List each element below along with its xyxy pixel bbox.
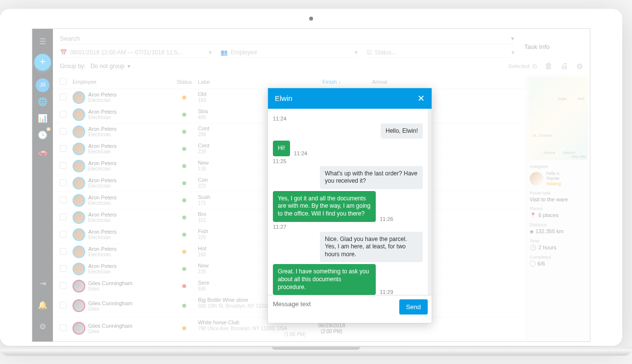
message-outgoing: Yes, I got it and all the documents are … <box>273 191 423 222</box>
row-checkbox[interactable] <box>60 302 67 309</box>
status-filter[interactable]: ☑ Status... ▾ <box>366 48 514 58</box>
status-filter-label: Status... <box>375 49 396 56</box>
employee-name: Giles Cunningham <box>88 280 133 286</box>
chat-header: Elwin ✕ <box>268 88 432 109</box>
places-val: 6 places <box>538 212 559 218</box>
globe-icon[interactable]: 🌐 <box>36 95 49 109</box>
status-dot <box>182 113 186 117</box>
employee-name: Giles Cunningham <box>88 300 133 306</box>
user-avatar-nav[interactable]: JR <box>36 78 49 92</box>
status-dot <box>182 233 186 237</box>
employee-name: Aron Peters <box>88 160 117 166</box>
settings-icon[interactable]: ⚙ <box>36 320 49 334</box>
row-checkbox[interactable] <box>60 282 67 289</box>
group-by-select[interactable]: Do not group ▾ <box>91 63 130 70</box>
message-time: 11:24 <box>294 150 308 156</box>
close-icon[interactable]: ✕ <box>417 93 425 104</box>
employee-role: Electrician <box>88 97 117 103</box>
chat-body[interactable]: 11:24Hello, Elwin!Hi!11:2411:25What's up… <box>268 109 432 295</box>
row-checkbox[interactable] <box>60 94 67 100</box>
row-checkbox[interactable] <box>60 265 67 272</box>
add-fab-nav[interactable]: + <box>34 54 51 71</box>
row-checkbox[interactable] <box>60 179 67 186</box>
chevron-down-icon: ▾ <box>511 49 514 56</box>
message-bubble: Hello, Elwin! <box>381 123 423 139</box>
row-checkbox[interactable] <box>60 128 67 135</box>
chart-icon[interactable]: 📊 <box>36 112 49 125</box>
employee-avatar <box>73 91 85 104</box>
col-label[interactable]: Labe <box>198 79 306 85</box>
select-all-checkbox[interactable] <box>60 78 67 85</box>
task-extra: (1:00 PM) <box>198 332 306 338</box>
employee-role: Electrician <box>88 149 117 154</box>
distance-val: 132.355 km <box>535 228 563 234</box>
gear-icon[interactable]: ⚙ <box>576 62 583 71</box>
assignee-name: Felix A <box>546 171 561 176</box>
row-checkbox[interactable] <box>60 324 67 331</box>
employee-role: Electrician <box>88 218 117 223</box>
employee-avatar <box>73 211 85 224</box>
car-icon[interactable]: 🚗 <box>36 145 49 159</box>
row-checkbox[interactable] <box>60 162 67 169</box>
status-dot <box>182 216 186 219</box>
status-dot <box>182 326 186 330</box>
col-arrival[interactable]: Arrival <box>358 79 402 85</box>
bell-icon[interactable]: 🔔 <box>36 298 49 312</box>
message-bubble: Nice. Glad you have the parcel. Yes, I a… <box>320 232 423 263</box>
chat-title: Elwin <box>275 94 292 102</box>
message-bubble: What's up with the last order? Have you … <box>320 166 423 189</box>
route-val: Visit to the ware <box>530 196 587 202</box>
employee-avatar <box>73 245 85 258</box>
send-button[interactable]: Send <box>399 299 428 315</box>
time-label: Time <box>530 239 587 243</box>
status-dot <box>182 304 186 308</box>
col-status[interactable]: Status <box>174 79 194 85</box>
employee-avatar <box>73 280 85 292</box>
employee-role: Electrician <box>88 166 117 171</box>
menu-icon[interactable]: ☰ <box>39 37 46 46</box>
employee-role: Electrician <box>88 115 117 120</box>
clock-icon: 🕓 <box>530 244 536 251</box>
map[interactable]: Elgin Sch St. Charles Aurora Naperv Map … <box>529 77 588 160</box>
laptop-frame: ☰ + JR 🌐 📊 🕓β 🚗 ⇥ 🔔 ⚙ Search ▾ 📅 06/01 <box>0 9 622 346</box>
checkbox-icon: ☑ <box>366 49 372 56</box>
employee-role: Electrician <box>88 269 117 274</box>
message-incoming: What's up with the last order? Have you … <box>273 166 423 189</box>
employee-name: Aron Peters <box>88 177 117 183</box>
print-icon[interactable]: 🖨 <box>560 62 568 71</box>
employee-avatar <box>73 177 85 190</box>
date-filter[interactable]: 📅 06/01/2018 12:00 AM — 07/31/2018 11:5.… <box>60 48 212 58</box>
employee-name: Aron Peters <box>88 246 117 252</box>
row-checkbox[interactable] <box>60 248 67 255</box>
employee-avatar <box>73 143 85 155</box>
group-by-label: Group by: <box>60 63 86 70</box>
employee-role: Electrician <box>88 252 117 257</box>
employee-name: Aron Peters <box>88 194 117 200</box>
navbar: ☰ + JR 🌐 📊 🕓β 🚗 ⇥ 🔔 ⚙ <box>32 29 53 341</box>
row-checkbox[interactable] <box>60 196 67 203</box>
assignee-avatar <box>530 172 543 186</box>
row-checkbox[interactable] <box>60 214 67 220</box>
chat-timestamp: 11:27 <box>273 224 423 230</box>
col-employee[interactable]: Employee <box>73 79 170 85</box>
trash-icon[interactable]: 🗑 <box>545 62 553 71</box>
status-dot <box>182 267 186 271</box>
col-finish[interactable]: Finish ↓ <box>310 79 354 85</box>
employee-name: Giles Cunningham <box>88 323 133 329</box>
employee-filter[interactable]: 👥 Employee ▾ <box>220 48 358 58</box>
row-checkbox[interactable] <box>60 231 67 238</box>
message-incoming: Hello, Elwin! <box>273 123 423 139</box>
clock-icon[interactable]: 🕓β <box>36 128 49 142</box>
logout-icon[interactable]: ⇥ <box>36 277 49 291</box>
employee-name: Aron Peters <box>88 212 117 218</box>
app-screen: ☰ + JR 🌐 📊 🕓β 🚗 ⇥ 🔔 ⚙ Search ▾ 📅 06/01 <box>32 28 590 342</box>
chevron-down-icon: ▾ <box>209 49 212 56</box>
row-checkbox[interactable] <box>60 145 67 152</box>
message-bubble: Yes, I got it and all the documents are … <box>273 191 376 222</box>
row-checkbox[interactable] <box>60 111 67 118</box>
chat-input[interactable] <box>268 295 395 323</box>
search-input[interactable]: Search ▾ <box>60 33 514 45</box>
status-dot <box>182 181 186 185</box>
message-outgoing: Hi!11:24 <box>273 141 423 156</box>
employee-avatar <box>73 194 85 207</box>
